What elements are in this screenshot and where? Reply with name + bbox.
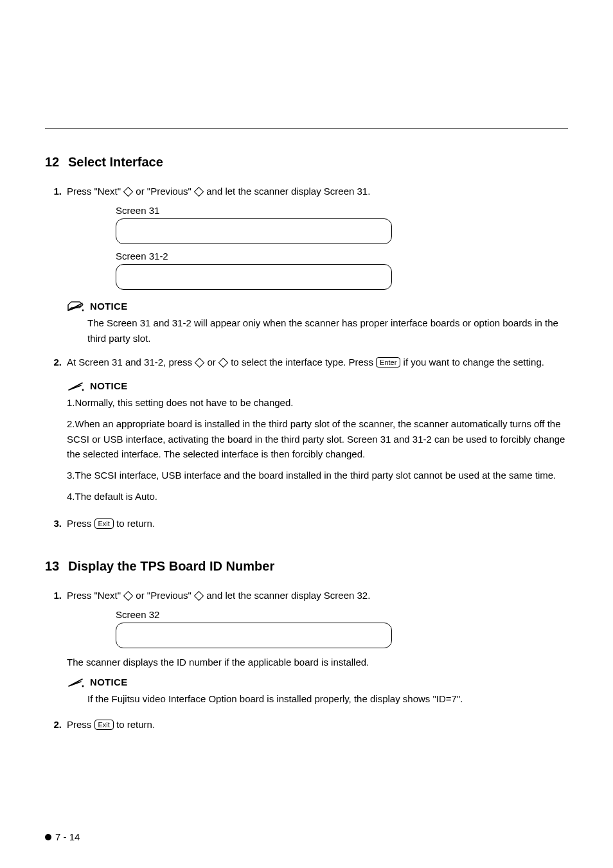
notice-body: If the Fujitsu video Interface Option bo… xyxy=(87,691,568,706)
notice-text: 3.The SCSI interface, USB interface and … xyxy=(67,468,568,483)
text: or xyxy=(207,357,218,368)
notice-label: NOTICE xyxy=(90,380,127,391)
notice-body: 1.Normally, this setting does not have t… xyxy=(67,395,568,504)
section-number: 13 xyxy=(45,559,68,574)
bullet-icon xyxy=(45,834,51,840)
text: Press "Next" xyxy=(67,186,123,197)
screen-31-2-label: Screen 31-2 xyxy=(116,251,568,261)
text: or "Previous" xyxy=(136,590,194,601)
notice-header: NOTICE xyxy=(67,380,568,391)
step-body: Press "Next" or "Previous" and let the s… xyxy=(67,184,568,199)
text: to return. xyxy=(116,719,155,730)
section13-step2: 2. Press Exit to return. xyxy=(45,717,568,732)
diamond-icon xyxy=(194,187,204,197)
section12-step3: 3. Press Exit to return. xyxy=(45,516,568,531)
text: and let the scanner display Screen 32. xyxy=(206,590,370,601)
svg-point-3 xyxy=(82,686,84,687)
text: Press xyxy=(67,719,94,730)
exit-key: Exit xyxy=(94,720,114,730)
diamond-icon xyxy=(123,187,134,197)
screen-32-label: Screen 32 xyxy=(116,609,568,620)
text: Press xyxy=(67,518,94,529)
header-rule xyxy=(45,128,568,129)
step-body: Press Exit to return. xyxy=(67,516,568,531)
screen-31-2-box xyxy=(116,264,392,290)
notice-text: 2.When an appropriate board is installed… xyxy=(67,416,568,461)
section-number: 12 xyxy=(45,155,68,170)
page: 12 Select Interface 1. Press "Next" or "… xyxy=(0,0,613,868)
notice-text: 1.Normally, this setting does not have t… xyxy=(67,395,568,410)
section12-step2: 2. At Screen 31 and 31-2, press or to se… xyxy=(45,355,568,369)
exit-key: Exit xyxy=(94,518,114,529)
notice-label: NOTICE xyxy=(90,677,127,687)
section-title: Select Interface xyxy=(68,155,163,170)
notice-body: The Screen 31 and 31-2 will appear oniy … xyxy=(87,315,568,346)
step-body: At Screen 31 and 31-2, press or to selec… xyxy=(67,355,568,369)
section-12-heading: 12 Select Interface xyxy=(45,155,568,170)
step-number: 2. xyxy=(45,355,67,369)
section12-step1: 1. Press "Next" or "Previous" and let th… xyxy=(45,184,568,199)
step-after-text: The scanner displays the ID number if th… xyxy=(67,655,568,669)
notice-block: NOTICE If the Fujitsu video Interface Op… xyxy=(67,676,568,706)
notice-header: NOTICE xyxy=(67,300,568,312)
svg-point-2 xyxy=(82,389,84,391)
notice-label: NOTICE xyxy=(90,301,127,312)
section-title: Display the TPS Board ID Number xyxy=(68,559,274,574)
text: to return. xyxy=(116,518,155,529)
diamond-icon xyxy=(195,357,205,368)
screen-31-box xyxy=(116,218,392,244)
enter-key: Enter xyxy=(376,357,400,368)
text: to select the interface type. Press xyxy=(231,357,376,368)
step-number: 1. xyxy=(45,588,67,603)
notice-text: The Screen 31 and 31-2 will appear oniy … xyxy=(87,315,568,346)
step-body: Press "Next" or "Previous" and let the s… xyxy=(67,588,568,603)
page-number: 7 - 14 xyxy=(55,831,80,842)
screen-31-label: Screen 31 xyxy=(116,205,568,216)
notice-text: If the Fujitsu video Interface Option bo… xyxy=(87,691,568,706)
text: if you want to change the setting. xyxy=(404,357,544,368)
step-number: 1. xyxy=(45,184,67,199)
text: or "Previous" xyxy=(136,186,194,197)
notice-text: 4.The default is Auto. xyxy=(67,489,568,504)
screen-32-box xyxy=(116,623,392,648)
section-13-heading: 13 Display the TPS Board ID Number xyxy=(45,559,568,574)
step-number: 2. xyxy=(45,717,67,732)
step-number: 3. xyxy=(45,516,67,531)
pencil-icon xyxy=(67,380,85,391)
diamond-icon xyxy=(218,357,229,368)
diamond-icon xyxy=(194,590,204,601)
diamond-icon xyxy=(123,590,134,601)
step-body: Press Exit to return. xyxy=(67,717,568,732)
pencil-icon xyxy=(67,300,85,312)
notice-block: NOTICE 1.Normally, this setting does not… xyxy=(67,380,568,504)
notice-block: NOTICE The Screen 31 and 31-2 will appea… xyxy=(67,300,568,346)
text: Press "Next" xyxy=(67,590,123,601)
text: and let the scanner display Screen 31. xyxy=(206,186,370,197)
svg-point-1 xyxy=(82,310,84,312)
section13-step1: 1. Press "Next" or "Previous" and let th… xyxy=(45,588,568,603)
notice-header: NOTICE xyxy=(67,676,568,687)
page-footer: 7 - 14 xyxy=(45,831,80,842)
pencil-icon xyxy=(67,676,85,687)
text: At Screen 31 and 31-2, press xyxy=(67,357,195,368)
